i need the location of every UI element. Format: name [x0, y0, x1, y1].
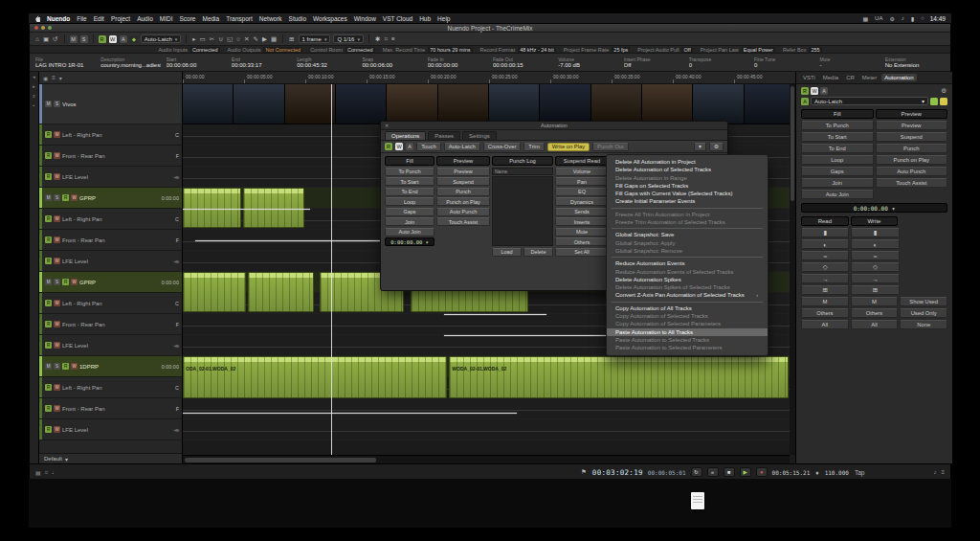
suspend-read-icon-button[interactable]: ◐ [801, 239, 849, 249]
menu-item[interactable]: Paste Automation to Selected Parameters [607, 344, 768, 351]
right-zone-tab[interactable]: Automation [881, 74, 916, 81]
suspend-read-button[interactable]: Dynamics [555, 197, 609, 206]
menu-item[interactable]: Global Snapshot: Apply [607, 239, 768, 247]
tool-button[interactable]: ▦ [270, 35, 278, 43]
track-row[interactable]: R W Left - Right Pan C [39, 124, 182, 146]
track-row[interactable]: R W LFE Level -∞ [39, 335, 182, 356]
menubar-item[interactable]: Help [437, 15, 450, 22]
track-row[interactable]: R W Front - Rear Pan F [39, 230, 182, 251]
audio-clip[interactable] [183, 272, 246, 312]
cross-over-mode-button[interactable]: Cross-Over [483, 143, 522, 151]
automation-panel-titlebar[interactable]: ✕ Automation [381, 122, 727, 130]
apple-menu-icon[interactable] [34, 15, 40, 22]
fill-button[interactable]: Loop [385, 197, 434, 206]
preview-button[interactable]: Punch [436, 188, 490, 196]
info-column[interactable]: Fade In 00:00:00:00 [428, 55, 487, 70]
suspend-read-button[interactable]: EQ [555, 188, 609, 196]
suspend-read-icon-button[interactable]: ⊞ [801, 285, 849, 295]
audio-clip[interactable] [243, 188, 304, 228]
preview-button[interactable]: Suspend [876, 132, 948, 142]
info-value[interactable]: - [819, 62, 879, 68]
solo-button[interactable]: S [80, 35, 88, 43]
track-write-button[interactable]: W [71, 363, 78, 370]
menu-item[interactable]: Global Snapshot: Save [607, 231, 768, 238]
trim-button[interactable]: Trim [523, 143, 544, 151]
track-read-button[interactable]: R [45, 215, 52, 222]
menu-item[interactable]: Reduce Automation Events of Selected Tra… [607, 268, 768, 276]
gear-icon[interactable]: ⚙ [709, 143, 724, 151]
track-row[interactable]: M S R W GPRP 0:00:00 [39, 188, 182, 209]
track-name[interactable]: Vivos [62, 101, 177, 107]
suspend-read-button[interactable]: Others [555, 237, 609, 246]
track-name[interactable]: Front - Rear Pan [62, 322, 174, 327]
track-solo-button[interactable]: S [54, 279, 60, 285]
menu-item[interactable]: Delete Automation of Selected Tracks [607, 166, 768, 173]
info-value[interactable]: country.morning...adiestilo.Poland [100, 62, 160, 68]
automation-curve-segment[interactable] [183, 209, 310, 210]
suspend-read-icon-button[interactable]: ≈ [801, 251, 849, 260]
suspend-read-icon-button[interactable]: ◇ [801, 262, 849, 272]
record-button[interactable]: ● [756, 467, 768, 477]
track-write-button[interactable]: W [54, 237, 60, 243]
track-write-button[interactable]: W [54, 405, 60, 412]
write-all-button[interactable]: W [395, 143, 403, 150]
menu-item[interactable] [612, 228, 763, 229]
track-row[interactable]: R W LFE Level -∞ [39, 167, 182, 188]
track-read-button[interactable]: R [45, 131, 52, 138]
info-column[interactable]: Fine Tune 0 [754, 55, 813, 70]
read-automation-button[interactable]: R [99, 35, 106, 43]
track-write-button[interactable]: W [54, 342, 60, 349]
menubar-status-icon[interactable]: ▮ [911, 15, 914, 22]
suspend-read-button[interactable]: Sends [555, 208, 609, 216]
punch-log-button[interactable]: Load [492, 248, 522, 257]
info-value[interactable]: -7.00 dB [558, 62, 617, 68]
quantize-select[interactable]: Q 1/16 ▾ [333, 34, 364, 43]
mute-button[interactable]: M [70, 35, 78, 43]
track-name[interactable]: 1DPRP [79, 364, 160, 370]
suspend-write-icon-button[interactable]: ◐ [851, 239, 899, 249]
video-track-thumbnails[interactable] [183, 84, 795, 124]
track-read-button[interactable]: R [45, 300, 52, 306]
audio-clip[interactable]: WODA_02-01.WODA_02 [449, 356, 789, 398]
track-solo-button[interactable]: S [54, 194, 60, 201]
right-zone-tab[interactable]: Media [820, 74, 841, 81]
track-write-button[interactable]: W [54, 215, 60, 222]
suspend-write-button[interactable]: Others [851, 308, 899, 318]
track-mute-button[interactable]: M [45, 279, 52, 285]
audio-clip[interactable] [248, 272, 314, 312]
suspend-read-button[interactable]: Inserts [555, 217, 609, 226]
automation-mode-select[interactable]: Auto-Latch ▾ [811, 97, 928, 105]
auto-latch-mode-button[interactable]: Auto-Latch [444, 143, 480, 151]
menu-item[interactable]: Fill Gaps on Selected Tracks [607, 182, 768, 190]
menu-item[interactable]: Delete Automation Spikes [607, 276, 768, 283]
info-column[interactable]: Description country.morning...adiestilo.… [100, 55, 160, 70]
menubar-item[interactable]: Audio [137, 15, 153, 22]
preview-button[interactable]: Auto Punch [876, 167, 948, 176]
transport-right-icon[interactable]: ♪ [933, 469, 936, 475]
info-column[interactable]: Extension No Extension [885, 55, 945, 70]
track-read-button[interactable]: R [45, 321, 52, 327]
info-value[interactable]: 00:00:06:00 [167, 62, 226, 68]
track-name[interactable]: Front - Rear Pan [62, 406, 174, 412]
automation-a-button[interactable]: A [406, 143, 413, 150]
menu-item[interactable]: Delete Automation in Range [607, 174, 768, 182]
menu-item[interactable]: Freeze Trim Automation of Selected Track… [607, 218, 768, 226]
track-name[interactable]: Left - Right Pan [62, 301, 173, 306]
menubar-item[interactable]: Hub [419, 15, 431, 22]
show-button[interactable]: Used Only [900, 308, 947, 318]
fill-button[interactable]: To Punch [801, 121, 874, 130]
automation-curve-segment[interactable] [444, 335, 626, 336]
transport-left-icon[interactable]: ▤ [35, 469, 41, 476]
info-value[interactable]: LAG INTRO 1R-01 [35, 62, 95, 68]
fill-button[interactable]: To Punch [385, 168, 434, 176]
toolbar-icon[interactable]: ↺ [52, 35, 58, 43]
track-row[interactable]: R W Left - Right Pan C [39, 293, 182, 314]
tool-button[interactable]: ▸ [191, 35, 196, 43]
automation-a-button[interactable]: A [120, 35, 127, 43]
suspend-write-button[interactable]: M [851, 297, 899, 306]
menubar-item[interactable]: File [77, 15, 86, 22]
menubar-item[interactable]: VST Cloud [383, 15, 412, 22]
track-name[interactable]: GPRP [79, 280, 160, 285]
track-read-button[interactable]: R [45, 426, 52, 433]
track-read-button[interactable]: R [62, 279, 69, 285]
